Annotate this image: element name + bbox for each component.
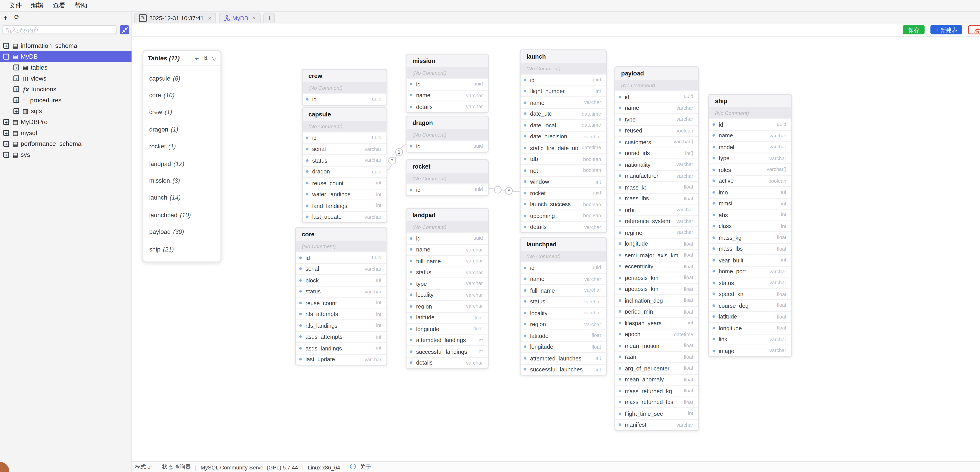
tables-icon: ▦: [22, 64, 28, 71]
er-table-capsule[interactable]: capsule(No Comment)iduuidserialvarcharst…: [302, 107, 387, 223]
er-table-core[interactable]: core(No Comment)iduuidserialvarcharblock…: [295, 227, 387, 366]
er-column-row: localityvarchar: [407, 289, 488, 300]
expander-icon[interactable]: +: [13, 97, 19, 103]
table-name: crew: [149, 109, 162, 116]
sidebar-item-tables[interactable]: +▦tables: [0, 62, 132, 73]
column-type: datetime: [578, 122, 601, 128]
er-table-mission[interactable]: mission(No Comment)iduuidnamevarchardeta…: [406, 54, 488, 113]
column-dot-icon: [524, 345, 527, 348]
er-table-crew[interactable]: crew(No Comment)iduuid: [302, 69, 387, 105]
sidebar-item-sqls[interactable]: +▥sqls: [0, 106, 132, 117]
column-type: uuid: [369, 169, 382, 174]
er-column-row: mass_returned_lbsfloat: [615, 396, 698, 407]
expander-icon[interactable]: +: [3, 141, 9, 147]
column-dot-icon: [524, 289, 527, 292]
tables-list-item-rocket[interactable]: rocket(1): [143, 138, 220, 155]
sidebar-search-input[interactable]: [3, 25, 117, 34]
sidebar-item-MyDB[interactable]: −▤MyDB: [0, 51, 132, 62]
collapse-panel-icon[interactable]: ⇤: [195, 55, 199, 62]
tab-mydb[interactable]: MyDB ×: [219, 12, 261, 22]
er-table-payload[interactable]: payload(No Comment)iduuidnamevarchartype…: [614, 66, 699, 431]
tables-list-item-landpad[interactable]: landpad(12): [143, 155, 220, 172]
info-icon[interactable]: ⓘ: [350, 463, 356, 471]
about-link[interactable]: 关于: [360, 463, 371, 470]
column-dot-icon: [524, 101, 527, 104]
close-icon[interactable]: ×: [253, 15, 256, 21]
tables-list-item-crew[interactable]: crew(1): [143, 104, 220, 121]
tables-list-item-mission[interactable]: mission(3): [143, 172, 220, 189]
tab-query[interactable]: ✎ 2025-12-31 10:37:41 ×: [134, 12, 216, 22]
sidebar-item-sys[interactable]: +▤sys: [0, 149, 132, 160]
tables-list-item-payload[interactable]: payload(30): [143, 224, 220, 240]
tables-list-item-core[interactable]: core(10): [143, 87, 220, 104]
expander-icon[interactable]: +: [13, 108, 19, 114]
new-tab-button[interactable]: +: [263, 12, 275, 22]
expander-icon[interactable]: −: [3, 54, 9, 60]
sidebar-collapse-button[interactable]: [120, 25, 129, 34]
sort-icon[interactable]: ⇅: [203, 55, 208, 62]
close-icon[interactable]: ×: [208, 15, 212, 21]
sidebar-item-functions[interactable]: +ƒxfunctions: [0, 84, 132, 95]
expander-icon[interactable]: +: [13, 65, 19, 70]
menu-item-1[interactable]: 编辑: [31, 1, 43, 10]
er-table-launch[interactable]: launch(No Comment)iduuidflight_numberint…: [520, 49, 607, 233]
menu-item-2[interactable]: 查看: [53, 1, 65, 10]
sidebar-item-information_schema[interactable]: +▤information_schema: [0, 40, 132, 51]
save-button[interactable]: 保存: [903, 25, 924, 34]
er-column-row: longitudefloat: [520, 341, 606, 352]
status-item-0: 模式 er: [135, 463, 152, 470]
column-type: int: [592, 179, 601, 184]
column-dot-icon: [524, 157, 527, 161]
column-type: int: [373, 278, 382, 283]
refresh-icon[interactable]: ⟳: [14, 14, 20, 21]
er-table-dragon[interactable]: dragon(No Comment)iduuid: [406, 116, 488, 152]
sidebar-item-label: information_schema: [21, 42, 77, 49]
sidebar-item-MyDBPro[interactable]: +▤MyDBPro: [0, 116, 132, 127]
sidebar-item-performance_schema[interactable]: +▤performance_schema: [0, 138, 132, 149]
filter-icon[interactable]: ▽: [212, 55, 216, 62]
er-canvas[interactable]: *11* Tables (11) ⇤ ⇅ ▽ capsule(8)core(10…: [132, 37, 980, 461]
er-column-row: flight_time_secint: [615, 407, 698, 419]
database-icon: ▤: [13, 42, 18, 49]
tables-list-item-ship[interactable]: ship(21): [143, 240, 220, 257]
expander-icon[interactable]: +: [13, 86, 19, 92]
column-name: status: [416, 269, 431, 275]
tables-list-item-launch[interactable]: launch(14): [143, 189, 220, 206]
column-name: course_deg: [719, 302, 749, 308]
column-name: id: [305, 254, 310, 261]
tables-list-item-dragon[interactable]: dragon(1): [143, 121, 220, 138]
column-dot-icon: [619, 95, 622, 98]
column-dot-icon: [524, 368, 527, 371]
tables-list-item-capsule[interactable]: capsule(8): [143, 70, 220, 87]
column-name: mass_lbs: [625, 195, 649, 202]
expander-icon[interactable]: +: [3, 130, 9, 136]
status-divider: |: [156, 464, 158, 470]
er-table-ship[interactable]: ship(No Comment)iduuidnamevarcharmodelva…: [708, 94, 792, 357]
menu-item-3[interactable]: 帮助: [75, 1, 87, 10]
expander-icon[interactable]: +: [3, 43, 9, 49]
er-column-row: flight_numberint: [520, 85, 606, 97]
menu-items: 文件编辑查看帮助: [0, 1, 87, 10]
er-table-title: payload: [615, 67, 698, 79]
er-column-row: land_landingsint: [302, 200, 387, 211]
menu-item-0[interactable]: 文件: [9, 1, 22, 10]
sidebar-item-views[interactable]: +◫views: [0, 73, 132, 84]
sidebar-item-mysql[interactable]: +▤mysql: [0, 127, 132, 138]
expander-icon[interactable]: +: [3, 119, 9, 125]
add-connection-icon[interactable]: +: [3, 14, 8, 21]
new-table-button[interactable]: + 新建表: [931, 25, 963, 34]
er-table-launchpad[interactable]: launchpad(No Comment)iduuidnamevarcharfu…: [520, 237, 607, 375]
er-table-landpad[interactable]: landpad(No Comment)iduuidnamevarcharfull…: [406, 208, 488, 369]
er-table-rocket[interactable]: rocket(No Comment)iduuid: [406, 159, 488, 196]
column-dot-icon: [410, 271, 413, 274]
tables-list-item-launchpad[interactable]: launchpad(10): [143, 207, 220, 224]
column-type: varchar: [581, 134, 601, 139]
column-type: varchar: [463, 292, 483, 297]
expander-icon[interactable]: +: [13, 75, 19, 81]
sidebar-item-procedures[interactable]: +≣procedures: [0, 95, 132, 106]
expander-icon[interactable]: +: [3, 152, 9, 157]
svg-text:*: *: [508, 188, 510, 194]
clear-button[interactable]: 清空: [969, 25, 980, 34]
er-column-row: mass_kgfloat: [709, 231, 791, 243]
column-name: mass_kg: [719, 234, 741, 240]
